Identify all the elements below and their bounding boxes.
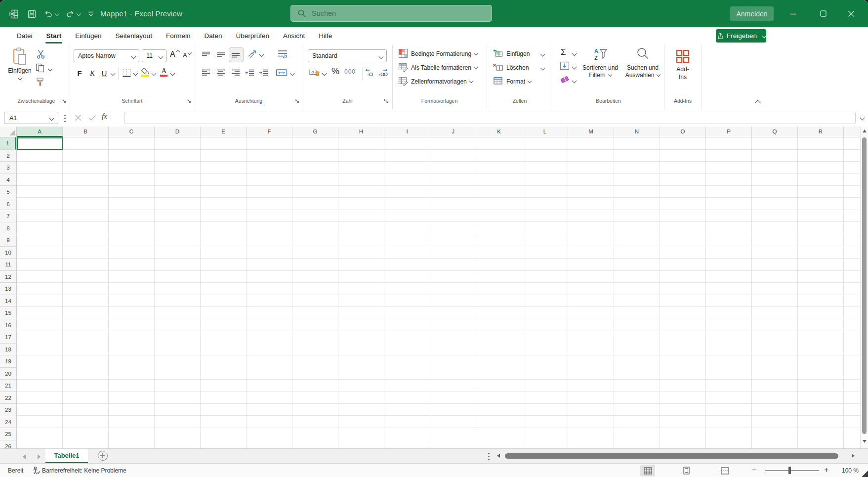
chevron-down-icon[interactable]: [17, 76, 22, 81]
font-color-dropdown-icon[interactable]: [170, 71, 175, 76]
horizontal-scroll-thumb[interactable]: [505, 453, 838, 459]
column-header[interactable]: O: [660, 127, 706, 137]
new-sheet-button[interactable]: [98, 451, 108, 461]
column-header[interactable]: P: [706, 127, 752, 137]
row-header[interactable]: 9: [0, 234, 16, 247]
row-header[interactable]: 25: [0, 428, 16, 440]
fill-color-dropdown-icon[interactable]: [152, 71, 157, 76]
row-header[interactable]: 17: [0, 331, 16, 344]
accounting-dropdown-icon[interactable]: [322, 71, 327, 76]
save-button[interactable]: [25, 7, 39, 21]
column-header[interactable]: I: [384, 127, 430, 137]
zoom-in-button[interactable]: +: [824, 466, 828, 475]
comma-style-button[interactable]: 000: [344, 68, 356, 75]
column-header[interactable]: E: [201, 127, 247, 137]
minimize-button[interactable]: [782, 0, 805, 27]
row-header[interactable]: 23: [0, 404, 16, 416]
column-header[interactable]: A: [17, 127, 63, 137]
tab-daten[interactable]: Daten: [197, 27, 229, 44]
tab-formeln[interactable]: Formeln: [159, 27, 198, 44]
zoom-slider-track[interactable]: [765, 470, 819, 471]
column-header[interactable]: D: [155, 127, 201, 137]
scroll-down-icon[interactable]: [863, 440, 867, 443]
undo-dropdown-icon[interactable]: [55, 11, 60, 16]
underline-dropdown-icon[interactable]: [111, 71, 116, 76]
maximize-button[interactable]: [812, 0, 834, 27]
align-right-button[interactable]: [231, 69, 240, 76]
format-as-table-button[interactable]: Als Tabelle formatieren: [411, 64, 477, 71]
enter-button[interactable]: [88, 114, 96, 122]
column-header[interactable]: G: [292, 127, 338, 137]
clear-dropdown-icon[interactable]: [572, 79, 577, 84]
previous-sheet-icon[interactable]: [23, 454, 26, 459]
row-header[interactable]: 10: [0, 247, 16, 259]
excel-logo-icon[interactable]: [7, 7, 21, 21]
column-header[interactable]: J: [430, 127, 476, 137]
row-header[interactable]: 24: [0, 416, 16, 429]
increase-decimal-button[interactable]: [378, 68, 388, 77]
sign-in-button[interactable]: Anmelden: [730, 6, 774, 21]
tab-einfuegen[interactable]: Einfügen: [68, 27, 108, 44]
page-break-view-button[interactable]: [717, 465, 732, 477]
column-header[interactable]: Q: [752, 127, 798, 137]
search-input[interactable]: [311, 9, 471, 18]
wrap-text-button[interactable]: [278, 49, 288, 59]
copy-dropdown-icon[interactable]: [48, 67, 53, 72]
decrease-indent-button[interactable]: [245, 69, 254, 77]
zoom-slider-handle[interactable]: [788, 467, 791, 474]
borders-button[interactable]: [122, 68, 131, 78]
row-header[interactable]: 22: [0, 392, 16, 404]
autosum-button[interactable]: Σ: [561, 47, 566, 57]
sort-filter-button[interactable]: Sortieren und Filtern: [579, 64, 622, 79]
status-accessibility[interactable]: Barrierefreiheit: Keine Probleme: [42, 467, 126, 474]
accounting-format-button[interactable]: [309, 68, 320, 77]
addins-button[interactable]: Add- Ins: [670, 49, 696, 81]
font-size-select[interactable]: 11: [142, 49, 166, 62]
sheet-tab-tabelle1[interactable]: Tabelle1: [45, 449, 88, 463]
row-header[interactable]: 19: [0, 355, 16, 368]
tab-datei[interactable]: Datei: [10, 27, 40, 44]
row-header[interactable]: 7: [0, 210, 16, 222]
expand-formula-bar-icon[interactable]: [860, 116, 865, 121]
fill-button[interactable]: [560, 61, 570, 70]
delete-cells-button[interactable]: Löschen: [506, 64, 529, 71]
number-format-select[interactable]: Standard: [308, 49, 387, 62]
row-header[interactable]: 4: [0, 174, 16, 186]
row-header[interactable]: 8: [0, 222, 16, 235]
align-top-button[interactable]: [202, 51, 210, 58]
increase-font-size-button[interactable]: A: [170, 50, 179, 59]
autosum-dropdown-icon[interactable]: [572, 51, 577, 56]
delete-dropdown-icon[interactable]: [540, 66, 545, 71]
format-cells-button[interactable]: Format: [506, 78, 531, 85]
name-box[interactable]: A1: [4, 112, 58, 124]
find-select-button[interactable]: Suchen und Auswählen: [623, 64, 662, 79]
row-header[interactable]: 5: [0, 186, 16, 198]
underline-button[interactable]: U: [99, 67, 109, 79]
row-header[interactable]: 21: [0, 380, 16, 392]
row-header[interactable]: 15: [0, 307, 16, 319]
row-header[interactable]: 20: [0, 368, 16, 380]
tab-seitenlayout[interactable]: Seitenlayout: [109, 27, 159, 44]
decrease-font-size-button[interactable]: A: [183, 51, 191, 59]
cut-button[interactable]: [37, 49, 45, 59]
row-header[interactable]: 12: [0, 271, 16, 283]
row-header[interactable]: 6: [0, 198, 16, 211]
formula-bar-splitter[interactable]: [64, 115, 66, 122]
column-header[interactable]: N: [614, 127, 660, 137]
merge-center-button[interactable]: [276, 68, 288, 77]
bold-button[interactable]: F: [75, 67, 84, 79]
align-middle-button[interactable]: [216, 51, 225, 58]
format-painter-button[interactable]: [36, 77, 45, 87]
customize-quick-access-icon[interactable]: [84, 7, 98, 21]
row-header[interactable]: 13: [0, 283, 16, 295]
column-header[interactable]: B: [63, 127, 109, 137]
row-header[interactable]: 16: [0, 319, 16, 332]
formula-input[interactable]: [124, 112, 856, 124]
italic-button[interactable]: K: [87, 67, 97, 79]
alignment-dialog-launcher-icon[interactable]: [294, 98, 300, 104]
close-button[interactable]: [840, 0, 863, 27]
column-header[interactable]: M: [568, 127, 614, 137]
zoom-out-button[interactable]: −: [752, 466, 756, 475]
align-bottom-button[interactable]: [231, 51, 240, 58]
tab-ansicht[interactable]: Ansicht: [276, 27, 312, 44]
